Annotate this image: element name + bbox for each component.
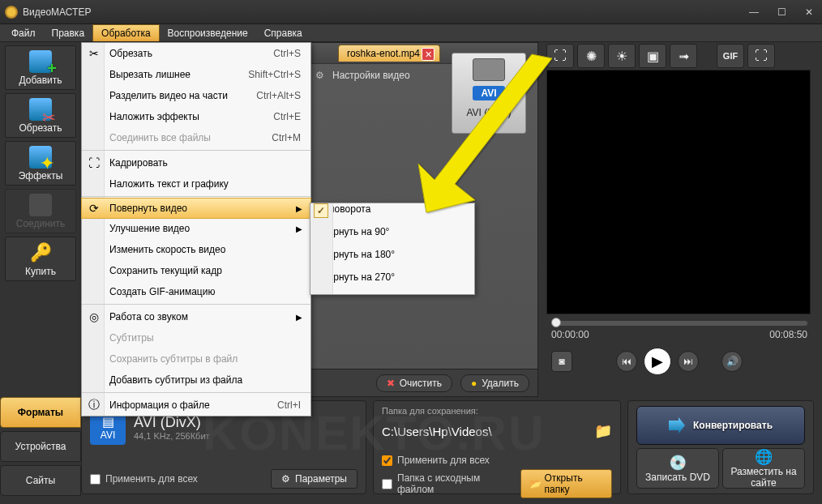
menu-item-label: Информация о файле xyxy=(109,399,210,411)
source-folder-checkbox[interactable]: Папка с исходным файлом xyxy=(382,472,507,495)
tool-buy-button[interactable]: Купить xyxy=(5,237,76,281)
menu-item-label: Улучшение видео xyxy=(109,223,190,234)
rotate-submenu: ✓Без поворотаПовернуть на 90°Повернуть н… xyxy=(310,203,475,295)
video-preview[interactable] xyxy=(546,70,811,314)
menu-справка[interactable]: Справка xyxy=(256,24,310,41)
apply-all-save-checkbox[interactable]: Применить для всех xyxy=(382,455,490,466)
bottom-tab-strip: ФорматыУстройстваСайты xyxy=(0,397,81,499)
snapshot-button[interactable]: ◙ xyxy=(551,351,572,372)
chevron-right-icon: ▶ xyxy=(296,224,302,233)
crop-icon xyxy=(29,98,52,121)
menu-item[interactable]: Добавить субтитры из файла xyxy=(82,369,310,391)
submenu-item[interactable]: ✓Без поворота xyxy=(310,203,474,226)
menu-item[interactable]: Сохранить текущий кадр xyxy=(82,260,310,281)
seek-slider[interactable] xyxy=(551,321,807,326)
arrow-right-icon xyxy=(669,417,685,434)
tool-add-button[interactable]: Добавить xyxy=(5,45,76,90)
menu-item-shortcut: Ctrl+S xyxy=(273,48,301,59)
submenu-item[interactable]: Повернуть на 270° xyxy=(310,271,474,294)
open-folder-button[interactable]: 📂 Открыть папку xyxy=(520,469,612,498)
menu-правка[interactable]: Правка xyxy=(44,24,93,41)
menu-item: Субтитры xyxy=(82,327,310,348)
submenu-item[interactable]: Повернуть на 180° xyxy=(310,249,474,271)
menu-item[interactable]: Вырезать лишнееShift+Ctrl+S xyxy=(82,64,310,85)
menu-item-label: Разделить видео на части xyxy=(109,90,228,101)
menu-item[interactable]: ◎Работа со звуком▶ xyxy=(82,306,310,327)
menu-item-shortcut: Ctrl+Alt+S xyxy=(256,90,301,101)
parameters-button[interactable]: ⚙Параметры xyxy=(271,469,357,489)
file-tab[interactable]: roshka-enot.mp4 ✕ xyxy=(338,45,440,62)
menu-item-label: Обрезать xyxy=(109,48,152,59)
format-details: 44,1 KHz, 256Кбит xyxy=(134,431,210,441)
tool-enhance-icon[interactable]: ✺ xyxy=(577,44,605,68)
menu-item[interactable]: ⓘИнформация о файлеCtrl+I xyxy=(82,395,310,416)
tool-crop-icon[interactable]: ⛶ xyxy=(546,44,574,68)
video-settings-label[interactable]: Настройки видео xyxy=(332,70,410,81)
menu-item-label: Наложить эффекты xyxy=(109,111,199,122)
format-badge: AVI xyxy=(473,86,504,100)
add-icon xyxy=(29,50,52,73)
close-button[interactable]: ✕ xyxy=(801,6,817,18)
menu-item-label: Изменить скорость видео xyxy=(109,244,225,255)
chevron-right-icon: ▶ xyxy=(296,313,302,322)
menu-item-label: Повернуть видео xyxy=(109,203,187,214)
menu-item[interactable]: Наложить текст и графику xyxy=(82,173,310,194)
apply-all-format-checkbox[interactable]: Применить для всех xyxy=(90,473,198,485)
menu-item-label: Субтитры xyxy=(109,332,154,344)
time-total: 00:08:50 xyxy=(769,329,807,340)
menu-воспроизведение[interactable]: Воспроизведение xyxy=(160,24,256,41)
tool-fx-button[interactable]: Эффекты xyxy=(5,141,76,186)
action-panel: Конвертировать 💿Записать DVD 🌐Разместить… xyxy=(627,400,814,494)
processing-menu: ✂ОбрезатьCtrl+SВырезать лишнееShift+Ctrl… xyxy=(81,42,311,416)
delete-button[interactable]: ●Удалить xyxy=(460,374,529,392)
upload-button[interactable]: 🌐Разместить на сайте xyxy=(722,448,805,489)
left-toolbar: ДобавитьОбрезатьЭффектыСоединитьКупить xyxy=(0,42,81,408)
tool-frame-icon[interactable]: ▣ xyxy=(639,44,666,68)
maximize-button[interactable]: ☐ xyxy=(773,6,790,18)
clear-button[interactable]: ✖Очистить xyxy=(376,374,452,392)
submenu-item[interactable]: Повернуть на 90° xyxy=(310,226,474,249)
play-button[interactable]: ▶ xyxy=(644,348,671,375)
seek-handle[interactable] xyxy=(551,318,561,327)
minimize-button[interactable]: — xyxy=(746,6,762,18)
tool-gif-icon[interactable]: GIF xyxy=(717,44,744,68)
tool-fullscreen-icon[interactable]: ⛶ xyxy=(747,44,775,68)
clear-label: Очистить xyxy=(400,378,442,389)
menu-item[interactable]: Создать GIF-анимацию xyxy=(82,281,310,302)
menu-item[interactable]: Улучшение видео▶ xyxy=(82,218,310,239)
tool-speed-icon[interactable]: ➟ xyxy=(670,44,697,68)
menu-item[interactable]: ⛶Кадрировать xyxy=(82,152,310,173)
menu-item-label: Соединить все файлы xyxy=(109,132,211,143)
check-icon: ✓ xyxy=(314,203,328,218)
burn-dvd-button[interactable]: 💿Записать DVD xyxy=(636,448,719,489)
tab-1[interactable]: Устройства xyxy=(0,431,81,462)
save-path: C:\Users\Hp\Videos\ xyxy=(382,425,589,438)
close-icon[interactable]: ✕ xyxy=(422,48,435,61)
chevron-right-icon: ▶ xyxy=(296,204,302,213)
tab-2[interactable]: Сайты xyxy=(0,465,81,496)
tab-0[interactable]: Форматы xyxy=(0,397,81,428)
menu-item[interactable]: Разделить видео на частиCtrl+Alt+S xyxy=(82,85,310,106)
buy-icon xyxy=(29,241,52,264)
tool-crop-button[interactable]: Обрезать xyxy=(5,93,76,138)
convert-button[interactable]: Конвертировать xyxy=(636,406,805,445)
format-label: AVI (DivX) xyxy=(466,107,511,118)
menu-файл[interactable]: Файл xyxy=(3,24,44,41)
menu-item[interactable]: ⟳Повернуть видео▶ xyxy=(81,198,311,219)
join-icon xyxy=(29,194,52,216)
menu-item[interactable]: Изменить скорость видео xyxy=(82,239,310,260)
menu-item: Соединить все файлыCtrl+M xyxy=(82,127,310,148)
menu-обработка[interactable]: Обработка xyxy=(92,24,160,41)
menubar: ФайлПравкаОбработкаВоспроизведениеСправк… xyxy=(0,24,822,42)
menu-item[interactable]: ✂ОбрезатьCtrl+S xyxy=(82,43,310,64)
next-button[interactable]: ⏭ xyxy=(678,351,699,372)
output-format-card[interactable]: AVI AVI (DivX) xyxy=(452,53,526,134)
prev-button[interactable]: ⏮ xyxy=(616,351,637,372)
save-folder-header: Папка для сохранения: xyxy=(382,406,612,416)
tool-brightness-icon[interactable]: ☀ xyxy=(608,44,636,68)
browse-folder-icon[interactable]: 📁 xyxy=(594,422,612,440)
menu-item-shortcut: Ctrl+I xyxy=(277,399,301,411)
volume-button[interactable]: 🔊 xyxy=(721,351,743,372)
menu-item-icon: ◎ xyxy=(87,310,101,324)
menu-item[interactable]: Наложить эффектыCtrl+E xyxy=(82,106,310,127)
